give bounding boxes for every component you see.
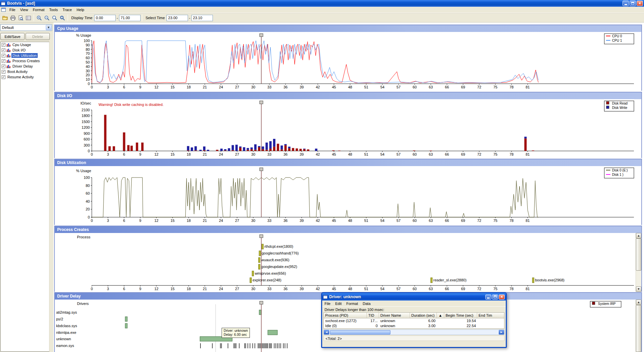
svg-text:33: 33: [267, 152, 271, 156]
driver-delay-bar[interactable]: [259, 310, 261, 315]
zoom-out-button[interactable]: [43, 14, 51, 22]
column-header-process-pid-[interactable]: Process (PID): [324, 313, 367, 318]
scroll-down-button[interactable]: ▼: [636, 286, 641, 292]
popup-menu-data[interactable]: Data: [361, 301, 373, 306]
checkbox[interactable]: ✓: [2, 48, 5, 52]
popup-minimize-button[interactable]: [485, 295, 491, 300]
svg-text:39: 39: [300, 219, 304, 223]
horizontal-scrollbar[interactable]: ◀ ▶: [324, 329, 504, 335]
process-create-marker[interactable]: [431, 278, 432, 283]
scroll-left-button[interactable]: ◀: [324, 330, 329, 335]
driver-delay-bar[interactable]: [268, 330, 277, 335]
checkbox[interactable]: ✓: [2, 54, 5, 57]
checkbox[interactable]: ✓: [2, 70, 5, 74]
select-time-to-input[interactable]: 23.10: [191, 15, 213, 21]
select-time-from-input[interactable]: 23.00: [166, 15, 188, 21]
popup-maximize-button[interactable]: [492, 295, 498, 300]
table-row[interactable]: svchost.exe (1272)17...unknown6.0019.54: [324, 318, 504, 323]
scroll-up-button[interactable]: ▲: [636, 300, 641, 305]
maximize-button[interactable]: [630, 1, 636, 6]
details-button[interactable]: [25, 14, 32, 22]
sidebar-item-resume-activity[interactable]: ✓Resume Activity: [1, 74, 49, 80]
preset-dropdown[interactable]: Default ▼: [0, 24, 52, 31]
svg-text:15: 15: [171, 152, 175, 156]
document-icon[interactable]: [1, 8, 6, 12]
zoom-region-button[interactable]: [51, 14, 59, 22]
process-create-marker[interactable]: [259, 251, 261, 256]
open-button[interactable]: [1, 14, 9, 22]
checkbox[interactable]: ✓: [2, 59, 5, 63]
time-marker-handle[interactable]: [260, 235, 263, 238]
preview-icon: [18, 15, 24, 21]
vertical-scrollbar[interactable]: ▲ ▼: [636, 300, 641, 352]
process-create-marker[interactable]: [259, 258, 260, 263]
edit-save-button[interactable]: Edit/Save: [0, 33, 25, 40]
checkbox[interactable]: ✓: [2, 65, 5, 68]
svg-text:21: 21: [203, 219, 207, 223]
sidebar-item-process-creates[interactable]: ✓Process Creates: [1, 58, 49, 64]
driver-delay-bar[interactable]: [125, 317, 127, 321]
process-create-marker[interactable]: [252, 271, 254, 276]
process-create-marker[interactable]: [262, 244, 263, 249]
sidebar-item-boot-activity[interactable]: ✓Boot Activity: [1, 69, 49, 74]
svg-text:69: 69: [461, 219, 465, 223]
column-header-tid[interactable]: TID: [367, 313, 379, 318]
scroll-right-button[interactable]: ▶: [499, 330, 504, 335]
column-header-driver-name[interactable]: Driver Name: [379, 313, 410, 318]
process-create-marker[interactable]: [250, 278, 252, 283]
driver-delays-table: Process (PID)TIDDriver NameDuration (sec…: [324, 312, 504, 329]
toolbar-separator: [68, 14, 68, 21]
sidebar-item-disk-i-o[interactable]: ✓Disk I/O: [1, 47, 49, 53]
menu-trace[interactable]: Trace: [60, 7, 74, 12]
column-header--[interactable]: ▲: [437, 313, 444, 318]
time-marker-handle[interactable]: [260, 101, 263, 104]
scrollbar-thumb[interactable]: [636, 238, 641, 271]
svg-text:2100: 2100: [82, 108, 90, 112]
popup-close-button[interactable]: ×: [499, 295, 505, 300]
vertical-scrollbar[interactable]: ▲ ▼: [636, 233, 641, 292]
chart-icon: [6, 48, 11, 52]
menu-tools[interactable]: Tools: [47, 7, 60, 12]
display-time-to-input[interactable]: 71.00: [119, 15, 141, 21]
svg-text:42: 42: [316, 287, 320, 291]
driver-delay-bar[interactable]: [125, 323, 127, 328]
scroll-up-button[interactable]: ▲: [636, 233, 641, 238]
scrollbar-thumb[interactable]: [636, 305, 641, 352]
checkbox[interactable]: ✓: [2, 43, 5, 47]
display-time-from-input[interactable]: 0.00: [94, 15, 116, 21]
zoom-reset-button[interactable]: [59, 14, 66, 22]
column-header-begin-time-sec-[interactable]: Begin Time (sec): [444, 313, 477, 318]
svg-text:36: 36: [283, 287, 288, 291]
minimize-button[interactable]: [622, 1, 629, 6]
delete-button[interactable]: Delete: [26, 33, 50, 40]
column-header-duration-sec-[interactable]: Duration (sec): [410, 313, 437, 318]
close-button[interactable]: ×: [637, 1, 643, 6]
svg-text:6: 6: [123, 287, 125, 291]
sidebar-item-driver-delay[interactable]: ✓Driver Delay: [1, 64, 49, 69]
menu-file[interactable]: File: [7, 7, 18, 12]
chevron-down-icon[interactable]: ▼: [46, 25, 51, 30]
print-preview-button[interactable]: [17, 14, 25, 22]
process-create-marker[interactable]: [259, 264, 260, 269]
scrollbar-thumb[interactable]: [330, 330, 390, 335]
print-button[interactable]: [9, 14, 17, 22]
popup-menu-file[interactable]: File: [322, 301, 333, 306]
table-row[interactable]: Idle (0)0unknown3.0022.54: [324, 323, 504, 328]
popup-menu-format[interactable]: Format: [344, 301, 361, 306]
sidebar-item-disk-utilization[interactable]: ✓Disk Utilization: [1, 53, 49, 58]
menu-format[interactable]: Format: [30, 7, 47, 12]
zoom-in-button[interactable]: [35, 14, 43, 22]
table-cell: Idle (0): [324, 323, 367, 328]
time-marker-handle[interactable]: [260, 34, 263, 37]
time-marker-handle[interactable]: [260, 301, 263, 304]
column-header-end-tim[interactable]: End Tim: [477, 313, 504, 318]
popup-menu-edit[interactable]: Edit: [333, 301, 344, 306]
checkbox[interactable]: ✓: [2, 75, 5, 79]
process-create-marker[interactable]: [532, 278, 534, 283]
time-marker-handle[interactable]: [260, 168, 263, 171]
svg-text:72: 72: [477, 152, 481, 156]
menu-help[interactable]: Help: [74, 7, 87, 12]
menu-view[interactable]: View: [18, 7, 31, 12]
sidebar-item-cpu-usage[interactable]: ✓Cpu Usage: [1, 42, 49, 47]
disk-io-chart: IO/sec0300600900120015001800210003691215…: [55, 99, 641, 157]
